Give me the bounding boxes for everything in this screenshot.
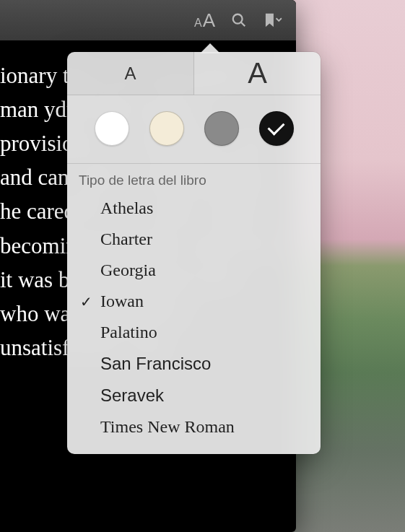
theme-controls (67, 95, 321, 164)
font-option-athelas[interactable]: Athelas (67, 193, 321, 224)
font-option-iowan[interactable]: ✓Iowan (67, 286, 321, 317)
theme-night-button[interactable] (259, 111, 294, 146)
font-option-charter[interactable]: Charter (67, 224, 321, 255)
appearance-button[interactable]: A A (194, 9, 215, 32)
svg-point-0 (233, 14, 243, 24)
bookmark-button[interactable] (263, 12, 283, 28)
font-option-label: Iowan (100, 292, 309, 311)
appearance-icon-small: A (194, 17, 202, 30)
font-size-controls: A A (67, 52, 321, 95)
font-option-label: Times New Roman (100, 417, 309, 437)
font-option-label: Charter (100, 230, 309, 249)
font-list: AthelasCharterGeorgia✓IowanPalatinoSan F… (67, 193, 321, 454)
search-icon (231, 12, 247, 28)
font-option-san-francisco[interactable]: San Francisco (67, 348, 321, 380)
font-option-label: Georgia (100, 261, 309, 280)
theme-white-button[interactable] (95, 111, 129, 146)
bookmark-icon (263, 12, 283, 28)
font-option-label: Palatino (100, 323, 309, 342)
font-option-palatino[interactable]: Palatino (67, 317, 321, 348)
font-list-header: Tipo de letra del libro (67, 164, 321, 193)
font-option-label: Athelas (100, 199, 309, 218)
decrease-font-button[interactable]: A (67, 52, 194, 95)
search-button[interactable] (231, 12, 247, 28)
appearance-icon-large: A (203, 9, 215, 32)
toolbar: A A (0, 0, 296, 40)
font-option-label: Seravek (100, 385, 309, 406)
increase-font-button[interactable]: A (194, 52, 321, 95)
font-option-times-new-roman[interactable]: Times New Roman (67, 411, 321, 442)
font-option-label: San Francisco (100, 354, 309, 374)
checkmark-icon: ✓ (80, 293, 100, 310)
theme-gray-button[interactable] (204, 111, 239, 146)
font-option-seravek[interactable]: Seravek (67, 380, 321, 411)
font-option-georgia[interactable]: Georgia (67, 255, 321, 286)
svg-line-1 (241, 22, 245, 27)
theme-sepia-button[interactable] (149, 111, 184, 146)
appearance-popover: A A Tipo de letra del libro AthelasChart… (67, 52, 321, 454)
